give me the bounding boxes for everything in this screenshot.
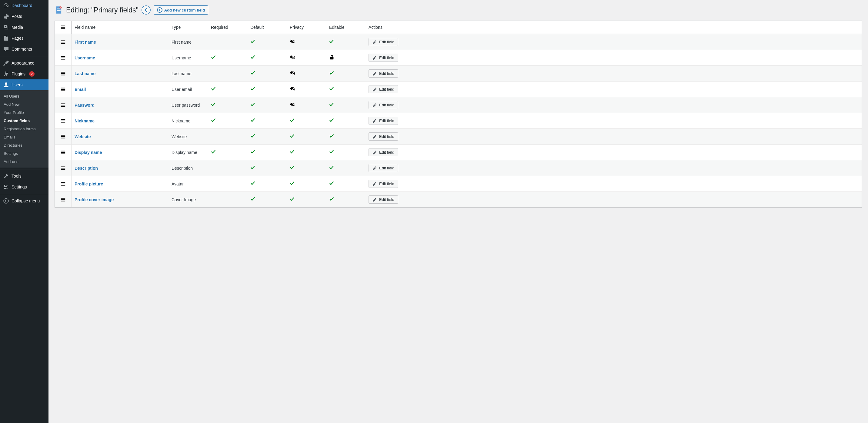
drag-handle[interactable] <box>55 82 71 97</box>
back-button[interactable] <box>142 5 151 14</box>
eye-off-icon <box>290 38 296 44</box>
required-cell <box>208 70 247 77</box>
field-name-link[interactable]: Last name <box>74 71 95 76</box>
col-field-name: Field name <box>71 21 168 33</box>
pencil-icon <box>372 87 377 92</box>
drag-handle[interactable] <box>55 160 71 176</box>
field-name-link[interactable]: First name <box>74 40 96 44</box>
check-icon <box>290 150 294 154</box>
drag-handle[interactable] <box>55 50 71 65</box>
field-name-link[interactable]: Nickname <box>74 119 95 123</box>
edit-field-button[interactable]: Edit field <box>369 195 398 204</box>
submenu-item-all-users[interactable]: All Users <box>0 92 49 100</box>
field-name-link[interactable]: Display name <box>74 150 102 155</box>
field-name-link[interactable]: Profile cover image <box>74 197 114 202</box>
default-cell <box>247 51 287 64</box>
col-actions: Actions <box>366 21 862 33</box>
submenu-item-settings[interactable]: Settings <box>0 150 49 158</box>
field-name-link[interactable]: Description <box>74 166 98 171</box>
edit-field-button[interactable]: Edit field <box>369 180 398 188</box>
add-new-custom-field-button[interactable]: + Add new custom field <box>154 5 208 14</box>
col-default: Default <box>247 21 287 33</box>
table-row: Profile pictureAvatarEdit field <box>55 176 862 192</box>
check-icon <box>329 102 334 107</box>
submenu-item-custom-fields[interactable]: Custom fields <box>0 117 49 125</box>
check-icon <box>329 197 334 201</box>
edit-field-button[interactable]: Edit field <box>369 69 398 77</box>
edit-field-button[interactable]: Edit field <box>369 38 398 46</box>
check-icon <box>290 181 294 186</box>
edit-field-button[interactable]: Edit field <box>369 132 398 140</box>
field-name-link[interactable]: Username <box>74 56 95 60</box>
field-name-link[interactable]: Profile picture <box>74 182 103 186</box>
sidebar-item-dashboard[interactable]: Dashboard <box>0 0 49 11</box>
field-name-link[interactable]: Password <box>74 103 95 107</box>
default-cell <box>247 67 287 80</box>
field-type: User email <box>168 83 208 95</box>
eye-off-icon <box>290 86 296 92</box>
privacy-cell <box>287 146 326 159</box>
edit-field-button[interactable]: Edit field <box>369 101 398 109</box>
sidebar-item-media[interactable]: Media <box>0 22 49 33</box>
menu-separator <box>0 192 49 194</box>
sidebar-item-users[interactable]: Users <box>0 79 49 90</box>
check-icon <box>329 39 334 44</box>
edit-button-label: Edit field <box>379 166 394 170</box>
required-cell <box>208 146 247 159</box>
edit-button-label: Edit field <box>379 40 394 44</box>
collapse-menu[interactable]: Collapse menu <box>0 195 49 206</box>
check-icon <box>250 197 255 201</box>
default-cell <box>247 98 287 111</box>
sidebar-item-posts[interactable]: Posts <box>0 11 49 22</box>
edit-field-button[interactable]: Edit field <box>369 117 398 125</box>
pencil-icon <box>372 134 377 139</box>
check-icon <box>250 71 255 75</box>
edit-field-button[interactable]: Edit field <box>369 54 398 62</box>
drag-handle[interactable] <box>55 97 71 113</box>
editable-cell <box>326 146 366 159</box>
fields-table: Field nameTypeRequiredDefaultPrivacyEdit… <box>55 21 862 207</box>
field-name-link[interactable]: Email <box>74 87 86 92</box>
drag-handle[interactable] <box>55 113 71 128</box>
drag-handle[interactable] <box>55 129 71 144</box>
required-cell <box>208 83 247 96</box>
actions-cell: Edit field <box>366 176 862 192</box>
collapse-label: Collapse menu <box>11 198 40 203</box>
field-name-link[interactable]: Website <box>74 134 91 139</box>
check-icon <box>211 86 216 91</box>
sidebar-item-comments[interactable]: Comments <box>0 44 49 55</box>
drag-handle[interactable] <box>55 66 71 81</box>
edit-field-button[interactable]: Edit field <box>369 164 398 172</box>
field-type: Cover Image <box>168 194 208 206</box>
drag-handle[interactable] <box>55 176 71 192</box>
privacy-cell <box>287 98 326 112</box>
submenu-item-add-new[interactable]: Add New <box>0 100 49 108</box>
sidebar-item-tools[interactable]: Tools <box>0 171 49 182</box>
check-icon <box>329 86 334 91</box>
hamburger-icon <box>60 165 66 171</box>
submenu-item-reg-forms[interactable]: Registration forms <box>0 125 49 133</box>
submenu-item-your-profile[interactable]: Your Profile <box>0 108 49 117</box>
sidebar-item-pages[interactable]: Pages <box>0 33 49 44</box>
drag-handle[interactable] <box>55 144 71 160</box>
edit-field-button[interactable]: Edit field <box>369 85 398 93</box>
privacy-cell <box>287 66 326 80</box>
submenu-item-directories[interactable]: Directories <box>0 141 49 150</box>
submenu-users: All UsersAdd NewYour ProfileCustom field… <box>0 90 49 168</box>
sidebar-item-appearance[interactable]: Appearance <box>0 58 49 68</box>
sidebar-item-plugins[interactable]: Plugins2 <box>0 68 49 79</box>
hamburger-icon <box>60 197 66 202</box>
edit-field-button[interactable]: Edit field <box>369 148 398 156</box>
drag-handle[interactable] <box>55 34 71 50</box>
editable-cell <box>326 98 366 111</box>
sidebar-item-label: Posts <box>11 14 22 19</box>
submenu-item-emails[interactable]: Emails <box>0 133 49 141</box>
submenu-item-addons[interactable]: Add-ons <box>0 158 49 166</box>
sidebar-item-settings[interactable]: Settings <box>0 182 49 192</box>
actions-cell: Edit field <box>366 144 862 160</box>
pin-icon <box>3 13 9 20</box>
content: Editing: "Primary fields" + Add new cust… <box>49 0 868 423</box>
table-row: DescriptionDescriptionEdit field <box>55 160 862 176</box>
sidebar-item-label: Appearance <box>11 61 35 65</box>
drag-handle[interactable] <box>55 192 71 207</box>
